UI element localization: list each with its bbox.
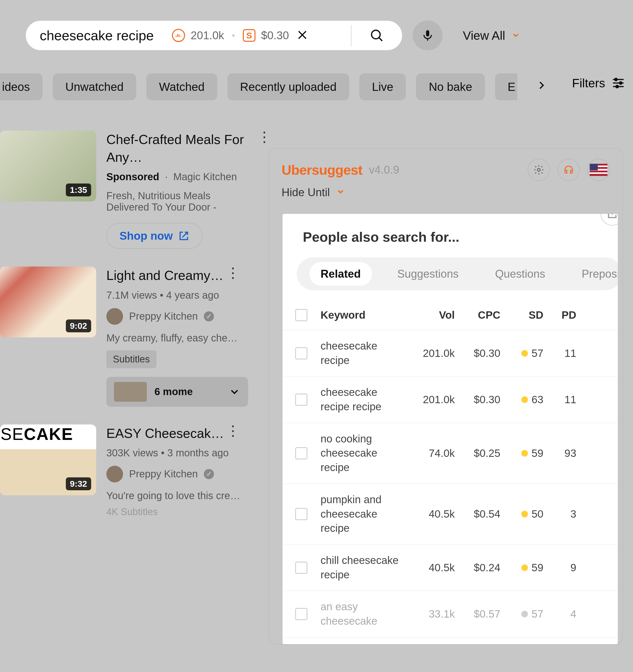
pd-cell: 11 xyxy=(546,347,576,359)
filter-chip-more[interactable]: E xyxy=(495,73,518,100)
cpc-cell: $0.54 xyxy=(457,508,500,520)
filters-button[interactable]: Filters xyxy=(572,76,626,90)
vol-cell: 201.0k xyxy=(407,393,455,406)
chevron-down-icon xyxy=(511,29,520,43)
filters-label: Filters xyxy=(572,76,605,90)
sd-cell: 59 xyxy=(503,562,543,574)
channel-name[interactable]: Preppy Kitchen xyxy=(129,468,198,480)
search-button[interactable] xyxy=(351,21,402,50)
svg-point-5 xyxy=(538,169,540,171)
row-checkbox[interactable] xyxy=(295,562,307,574)
pd-cell: 93 xyxy=(546,447,576,459)
filter-chip-watched[interactable]: Watched xyxy=(146,73,217,100)
video-thumbnail[interactable]: SECAKE 9:32 xyxy=(0,425,96,495)
keyword-cell: cheesecake recipe xyxy=(321,339,404,367)
table-header: Keyword Vol CPC SD PD xyxy=(283,301,618,330)
search-input[interactable] xyxy=(40,28,169,43)
channel-avatar[interactable] xyxy=(106,308,123,325)
table-row[interactable]: cheesecake recipe recipe 201.0k $0.30 63… xyxy=(283,377,618,423)
filter-chip-recently-uploaded[interactable]: Recently uploaded xyxy=(227,73,349,100)
select-all-checkbox[interactable] xyxy=(295,309,307,321)
kebab-menu[interactable]: ⋮ xyxy=(226,423,240,439)
keyword-table: Keyword Vol CPC SD PD cheesecake recipe … xyxy=(283,301,618,638)
svg-point-0 xyxy=(371,30,380,39)
clear-search-button[interactable] xyxy=(296,29,309,42)
video-moments[interactable]: 6 mome xyxy=(106,377,248,407)
shop-now-label: Shop now xyxy=(119,230,173,242)
volume-icon xyxy=(172,29,185,42)
voice-search-button[interactable] xyxy=(413,21,443,50)
advertiser-name[interactable]: Magic Kitchen xyxy=(173,171,237,182)
keyword-cell: chill cheesecake recipe xyxy=(321,553,404,582)
pd-cell: 4 xyxy=(546,608,576,620)
cpc-cell: $0.30 xyxy=(457,347,500,359)
settings-button[interactable] xyxy=(528,159,550,181)
chevron-down-icon xyxy=(228,386,240,398)
keyword-panel: People also search for... Related Sugges… xyxy=(283,214,618,644)
video-title[interactable]: Chef-Crafted Meals For Any… xyxy=(106,130,248,166)
sd-cell: 50 xyxy=(503,508,543,520)
filter-chip-no-bake[interactable]: No bake xyxy=(416,73,485,100)
chevron-down-icon xyxy=(336,186,345,199)
pd-cell: 9 xyxy=(546,562,576,574)
shop-now-button[interactable]: Shop now xyxy=(106,223,203,249)
kebab-menu[interactable]: ⋮ xyxy=(226,264,240,281)
video-thumbnail[interactable]: 9:02 xyxy=(0,266,96,337)
popout-button[interactable] xyxy=(601,214,618,225)
col-vol[interactable]: Vol xyxy=(407,309,455,321)
table-row[interactable]: no cooking cheesecake recipe 74.0k $0.25… xyxy=(283,423,618,484)
filter-chip-live[interactable]: Live xyxy=(359,73,406,100)
col-cpc[interactable]: CPC xyxy=(457,309,500,321)
video-description: My creamy, fluffy, easy che… xyxy=(106,332,248,344)
cpc-cell: $0.57 xyxy=(457,608,500,620)
verified-badge-icon xyxy=(204,469,214,479)
keyword-cell: pumpkin and cheesecake recipe xyxy=(321,493,404,535)
vol-cell: 40.5k xyxy=(407,562,455,574)
ubersuggest-logo: Ubersuggest xyxy=(282,162,362,178)
cpc-value: $0.30 xyxy=(261,29,289,42)
row-checkbox[interactable] xyxy=(295,447,307,459)
keyword-cell: an easy cheesecake xyxy=(321,600,404,628)
us-flag-icon xyxy=(590,164,607,176)
vol-cell: 201.0k xyxy=(407,347,455,359)
video-description: You're going to love this cre… xyxy=(106,490,248,501)
table-row[interactable]: pumpkin and cheesecake recipe 40.5k $0.5… xyxy=(283,484,618,545)
view-all-dropdown[interactable]: View All xyxy=(463,29,520,43)
hide-until-label: Hide Until xyxy=(282,186,330,199)
svg-point-4 xyxy=(616,85,618,88)
col-pd[interactable]: PD xyxy=(546,309,576,321)
thumbnail-text: SECAKE xyxy=(0,425,96,444)
tab-related[interactable]: Related xyxy=(309,262,372,286)
table-row[interactable]: cheesecake recipe 201.0k $0.30 57 11 xyxy=(283,330,618,377)
row-checkbox[interactable] xyxy=(295,347,307,359)
video-thumbnail[interactable]: 1:35 xyxy=(0,130,96,201)
svg-point-3 xyxy=(619,82,622,84)
filter-chip-unwatched[interactable]: Unwatched xyxy=(53,73,136,100)
svg-point-2 xyxy=(615,78,617,80)
ubersuggest-version: v4.0.9 xyxy=(369,164,399,176)
table-row[interactable]: an easy cheesecake 33.1k $0.57 57 4 xyxy=(283,591,618,637)
cpc-cell: $0.30 xyxy=(457,393,500,406)
table-row[interactable]: chill cheesecake recipe 40.5k $0.24 59 9 xyxy=(283,545,618,591)
row-checkbox[interactable] xyxy=(295,608,307,620)
video-duration: 9:02 xyxy=(66,319,91,332)
row-checkbox[interactable] xyxy=(295,393,307,406)
col-sd[interactable]: SD xyxy=(503,309,543,321)
filter-chip-videos[interactable]: ideos xyxy=(0,73,43,100)
tab-questions[interactable]: Questions xyxy=(484,262,556,286)
hide-until-dropdown[interactable]: Hide Until xyxy=(269,186,623,199)
chips-scroll-right[interactable] xyxy=(536,80,547,92)
channel-name[interactable]: Preppy Kitchen xyxy=(129,311,198,322)
kebab-menu[interactable]: ⋮ xyxy=(257,128,272,145)
video-description: Fresh, Nutritious Meals Delivered To You… xyxy=(106,190,248,213)
vol-cell: 74.0k xyxy=(407,447,455,459)
sd-cell: 57 xyxy=(503,347,543,359)
col-keyword[interactable]: Keyword xyxy=(321,309,404,321)
tab-prepositions[interactable]: Prepositio xyxy=(570,262,618,286)
row-checkbox[interactable] xyxy=(295,508,307,520)
channel-avatar[interactable] xyxy=(106,466,123,482)
tab-suggestions[interactable]: Suggestions xyxy=(386,262,470,286)
video-duration: 9:32 xyxy=(66,477,91,490)
support-button[interactable] xyxy=(558,159,580,181)
country-selector[interactable] xyxy=(587,159,610,181)
